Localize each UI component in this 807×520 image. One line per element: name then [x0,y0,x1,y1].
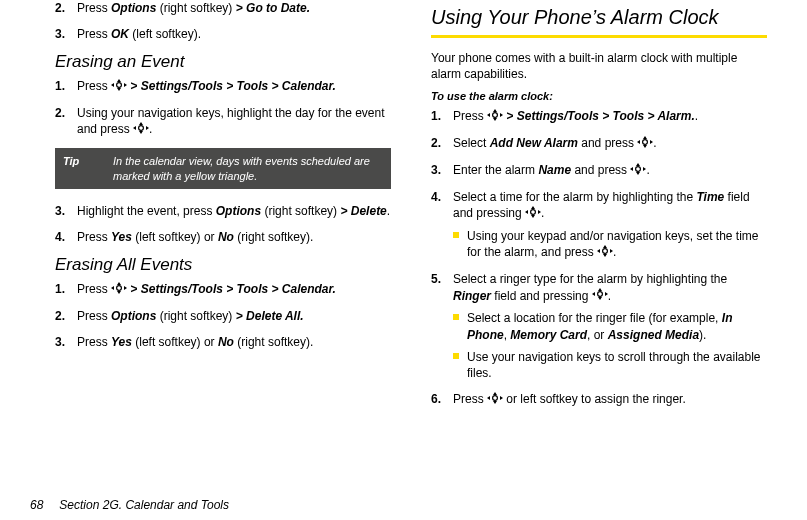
svg-marker-10 [117,282,121,285]
emphasis-text: > Settings/Tools > Tools > Calendar. [130,79,336,93]
svg-marker-22 [637,140,640,144]
emphasis-text: OK [111,27,129,41]
erase-event-steps: 1.Press > Settings/Tools > Tools > Calen… [55,78,391,138]
svg-point-9 [139,126,144,131]
step-item: 4.Select a time for the alarm by highlig… [431,189,767,261]
step-text: Press Options (right softkey) > Delete A… [77,309,304,323]
emphasis-text: Yes [111,230,132,244]
svg-marker-0 [117,79,121,82]
sub-step-text: Using your keypad and/or navigation keys… [467,229,759,259]
step-item: 2.Using your navigation keys, highlight … [55,105,391,138]
left-column: 2.Press Options (right softkey) > Go to … [55,0,411,418]
svg-marker-35 [603,245,607,248]
emphasis-text: > Delete All. [236,309,304,323]
svg-marker-15 [493,109,497,112]
svg-marker-16 [493,118,497,121]
section-title: Section 2G. Calendar and Tools [59,498,229,512]
step-text: Press or left softkey to assign the ring… [453,392,686,406]
tip-box: Tip In the calendar view, days with even… [55,148,391,189]
step-item: 5.Select a ringer type for the alarm by … [431,271,767,381]
step-number: 4. [431,189,441,205]
step-text: Select a time for the alarm by highlight… [453,190,750,220]
step-text: Press Yes (left softkey) or No (right so… [77,230,313,244]
emphasis-text: Options [111,1,156,15]
page-footer: 68 Section 2G. Calendar and Tools [30,498,229,512]
svg-marker-8 [146,126,149,130]
svg-marker-12 [111,286,114,290]
step-number: 6. [431,391,441,407]
pre-steps-list: 2.Press Options (right softkey) > Go to … [55,0,391,42]
step-number: 1. [431,108,441,124]
step-item: 1.Press > Settings/Tools > Tools > Calen… [55,78,391,95]
emphasis-text: Assigned Media [608,328,699,342]
nav-key-icon [525,206,541,222]
nav-key-icon [133,122,149,138]
step-text: Press > Settings/Tools > Tools > Calenda… [77,79,336,93]
svg-marker-26 [636,172,640,175]
step-text: Press Yes (left softkey) or No (right so… [77,335,313,349]
step-number: 4. [55,229,65,245]
nav-key-icon [111,282,127,298]
tip-text: In the calendar view, days with events s… [113,154,383,183]
step-item: 1.Press > Settings/Tools > Tools > Alarm… [431,108,767,125]
svg-marker-36 [603,254,607,257]
nav-key-icon [111,79,127,95]
svg-marker-21 [643,145,647,148]
alarm-steps: 1.Press > Settings/Tools > Tools > Alarm… [431,108,767,408]
step-number: 2. [431,135,441,151]
emphasis-text: No [218,230,234,244]
sub-step: Using your keypad and/or navigation keys… [453,228,767,261]
bullet-square-icon [453,314,459,320]
step-item: 2.Press Options (right softkey) > Delete… [55,308,391,324]
step-number: 1. [55,78,65,94]
svg-marker-18 [500,113,503,117]
svg-point-14 [117,286,122,291]
step-item: 3.Press Yes (left softkey) or No (right … [55,334,391,350]
step-text: Enter the alarm Name and press . [453,163,650,177]
svg-marker-30 [531,206,535,209]
emphasis-text: No [218,335,234,349]
nav-key-icon [637,136,653,152]
heading-erasing-all: Erasing All Events [55,255,391,275]
svg-point-49 [493,396,498,401]
step-item: 2.Press Options (right softkey) > Go to … [55,0,391,16]
svg-marker-37 [597,249,600,253]
emphasis-text: Name [538,163,571,177]
emphasis-text: Add New Alarm [490,136,578,150]
svg-marker-2 [111,83,114,87]
svg-point-19 [493,113,498,118]
emphasis-text: Yes [111,335,132,349]
svg-point-29 [636,167,641,172]
svg-marker-43 [605,292,608,296]
intro-text: Your phone comes with a built-in alarm c… [431,50,767,82]
to-use-label: To use the alarm clock: [431,90,767,102]
emphasis-text: Time [696,190,724,204]
bullet-square-icon [453,353,459,359]
svg-marker-45 [493,392,497,395]
step-number: 2. [55,308,65,324]
step-number: 2. [55,0,65,16]
svg-marker-28 [643,167,646,171]
heading-underline [431,35,767,38]
step-item: 4.Press Yes (left softkey) or No (right … [55,229,391,245]
svg-marker-23 [650,140,653,144]
step-text: Select Add New Alarm and press . [453,136,657,150]
step-item: 1.Press > Settings/Tools > Tools > Calen… [55,281,391,298]
page-number: 68 [30,498,56,512]
svg-marker-17 [487,113,490,117]
emphasis-text: > Go to Date. [236,1,310,15]
sub-step: Use your navigation keys to scroll throu… [453,349,767,381]
emphasis-text: Options [111,309,156,323]
emphasis-text: > Delete [340,204,386,218]
emphasis-text: Memory Card [510,328,587,342]
step-number: 2. [55,105,65,121]
emphasis-text: > Settings/Tools > Tools > Alarm. [506,109,694,123]
nav-key-icon [597,245,613,261]
svg-marker-41 [598,297,602,300]
step-text: Select a ringer type for the alarm by hi… [453,272,727,302]
step-item: 3.Press OK (left softkey). [55,26,391,42]
step-text: Highlight the event, press Options (righ… [77,204,390,218]
step-number: 3. [55,203,65,219]
heading-erasing-event: Erasing an Event [55,52,391,72]
svg-point-44 [597,292,602,297]
